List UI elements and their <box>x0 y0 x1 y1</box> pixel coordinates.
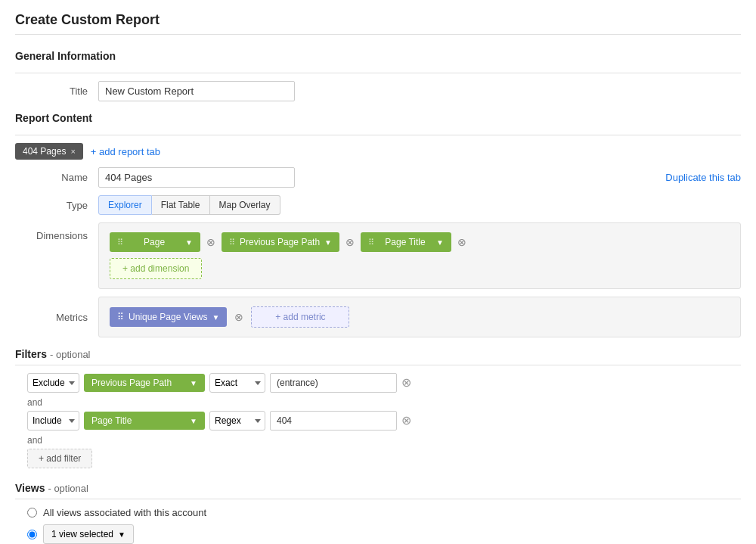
views-header: Views - optional <box>15 479 741 499</box>
dimensions-label: Dimensions <box>15 222 98 241</box>
dim-label-page: Page <box>144 237 165 247</box>
name-row: Name Duplicate this tab <box>15 167 741 188</box>
filter-row-2: Include Exclude Page Title ▼ Regex Exact… <box>27 411 741 431</box>
drag-icon-pt: ⠿ <box>368 238 374 247</box>
type-btn-map-overlay[interactable]: Map Overlay <box>210 195 280 215</box>
report-content-section: Report Content <box>15 109 741 124</box>
filter-dim-btn-2[interactable]: Page Title ▼ <box>84 412 205 430</box>
type-btn-explorer[interactable]: Explorer <box>98 195 152 215</box>
filter-operator-select-2[interactable]: Regex Exact Contains <box>209 411 265 431</box>
drag-icon-page: ⠿ <box>117 238 123 247</box>
metric-btn-unique-page-views[interactable]: ⠿ Unique Page Views ▼ <box>110 307 227 327</box>
title-input[interactable] <box>98 81 295 101</box>
type-row: Type Explorer Flat Table Map Overlay <box>15 195 741 215</box>
type-label: Type <box>15 200 98 211</box>
view-select-label: 1 view selected <box>51 529 113 539</box>
drag-icon-metric: ⠿ <box>117 312 124 322</box>
selected-views-radio-row: 1 view selected ▼ <box>27 524 741 544</box>
metric-label-upv: Unique Page Views <box>129 312 208 322</box>
page-title: Create Custom Report <box>15 12 741 35</box>
section-divider-3 <box>15 365 741 365</box>
add-dimension-button[interactable]: + add dimension <box>110 258 202 279</box>
views-title: Views <box>15 479 45 494</box>
all-views-radio-row: All views associated with this account <box>27 507 741 518</box>
dim-remove-pt[interactable]: ⊗ <box>456 236 468 248</box>
dim-arrow-page: ▼ <box>185 238 193 247</box>
type-btn-flat-table[interactable]: Flat Table <box>152 195 210 215</box>
filters-optional: - optional <box>50 349 90 360</box>
view-select-arrow: ▼ <box>118 530 125 539</box>
dim-remove-ppp[interactable]: ⊗ <box>344 236 356 248</box>
selected-views-radio[interactable] <box>27 530 37 539</box>
add-filter-button[interactable]: + add filter <box>27 449 92 468</box>
dim-arrow-ppp: ▼ <box>324 238 332 247</box>
metrics-label: Metrics <box>15 312 98 323</box>
dim-label-pt: Page Title <box>385 237 425 247</box>
filters-header: Filters - optional <box>15 345 741 365</box>
title-row: Title <box>15 81 741 101</box>
type-button-group: Explorer Flat Table Map Overlay <box>98 195 280 215</box>
title-label: Title <box>15 85 98 97</box>
tab-close-icon[interactable]: × <box>70 147 75 156</box>
add-dimension-row: + add dimension <box>110 258 730 279</box>
metric-arrow-upv: ▼ <box>212 313 220 322</box>
dim-remove-page[interactable]: ⊗ <box>205 236 217 248</box>
tab-item-404-pages[interactable]: 404 Pages × <box>15 143 83 160</box>
tab-bar: 404 Pages × + add report tab <box>15 143 741 160</box>
filter-value-input-2[interactable] <box>270 411 397 431</box>
metrics-row: Metrics ⠿ Unique Page Views ▼ ⊗ + add me… <box>15 297 741 337</box>
name-label: Name <box>15 172 98 183</box>
duplicate-tab-link[interactable]: Duplicate this tab <box>665 172 741 183</box>
filter-remove-btn-2[interactable]: ⊗ <box>401 415 411 427</box>
section-divider-4 <box>15 499 741 499</box>
dim-btn-previous-page-path[interactable]: ⠿ Previous Page Path ▼ <box>222 232 339 252</box>
filter-dim-arrow-1: ▼ <box>190 379 197 387</box>
drag-icon-ppp: ⠿ <box>229 238 235 247</box>
name-input[interactable] <box>98 167 295 188</box>
and-label-2: and <box>27 435 741 446</box>
section-divider-1 <box>15 73 741 73</box>
filters-title: Filters <box>15 345 47 360</box>
filter-operator-select-1[interactable]: Exact Regex Contains <box>209 373 265 393</box>
add-metric-button[interactable]: + add metric <box>251 306 349 328</box>
filter-row-1: Exclude Include Previous Page Path ▼ Exa… <box>27 373 741 393</box>
filter-remove-btn-1[interactable]: ⊗ <box>401 377 411 389</box>
general-information-section: General Information <box>15 47 741 62</box>
views-optional: - optional <box>48 483 88 494</box>
filter-dim-arrow-2: ▼ <box>190 417 197 425</box>
filter-value-input-1[interactable] <box>270 373 397 393</box>
filter-dim-label-1: Previous Page Path <box>91 378 172 388</box>
tab-item-label: 404 Pages <box>23 146 66 157</box>
dim-btn-page-title[interactable]: ⠿ Page Title ▼ <box>361 232 451 252</box>
metrics-area: ⠿ Unique Page Views ▼ ⊗ + add metric <box>98 297 741 337</box>
filter-dim-label-2: Page Title <box>91 415 132 426</box>
dim-btn-page[interactable]: ⠿ Page ▼ <box>110 232 200 252</box>
dim-label-ppp: Previous Page Path <box>240 237 320 247</box>
views-section: Views - optional All views associated wi… <box>15 479 741 544</box>
filter-type-select-2[interactable]: Include Exclude <box>27 411 79 431</box>
all-views-label: All views associated with this account <box>43 507 206 518</box>
filter-type-select-1[interactable]: Exclude Include <box>27 373 79 393</box>
filters-section: Filters - optional Exclude Include Previ… <box>15 345 741 468</box>
filter-dim-btn-1[interactable]: Previous Page Path ▼ <box>84 374 205 392</box>
all-views-radio[interactable] <box>27 508 37 518</box>
dimensions-area: ⠿ Page ▼ ⊗ ⠿ Previous Page Path ▼ ⊗ ⠿ Pa… <box>98 222 741 289</box>
add-report-tab-link[interactable]: + add report tab <box>86 146 160 157</box>
dim-buttons-row: ⠿ Page ▼ ⊗ ⠿ Previous Page Path ▼ ⊗ ⠿ Pa… <box>110 232 730 252</box>
section-divider-2 <box>15 135 741 135</box>
metric-remove-upv[interactable]: ⊗ <box>233 311 245 323</box>
view-select-button[interactable]: 1 view selected ▼ <box>43 524 134 544</box>
dim-arrow-pt: ▼ <box>436 238 444 247</box>
dimensions-row: Dimensions ⠿ Page ▼ ⊗ ⠿ Previous Page Pa… <box>15 222 741 289</box>
and-label-1: and <box>27 397 741 408</box>
